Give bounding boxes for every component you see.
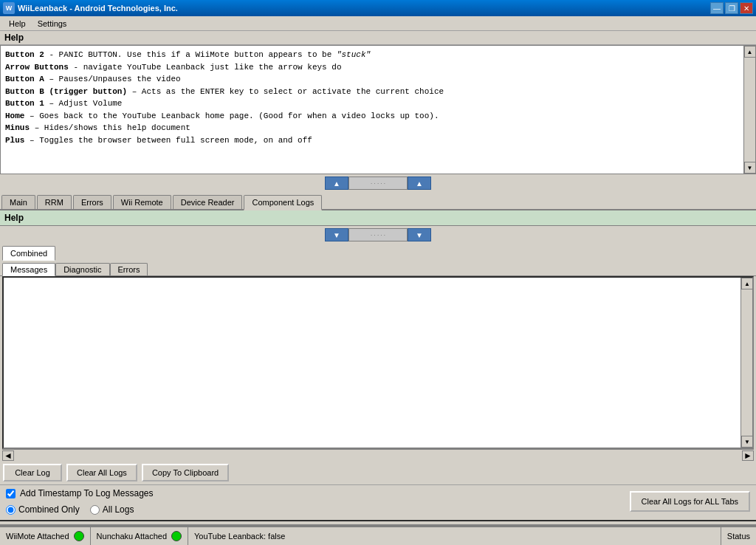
- status-label: Status: [727, 532, 750, 541]
- timestamp-checkbox[interactable]: [6, 489, 16, 498]
- log-scroll-up[interactable]: ▲: [741, 278, 753, 289]
- lower-help-bar: Help: [0, 210, 756, 226]
- nunchaku-label: Nunchaku Attached: [97, 532, 167, 541]
- nav-up-center-btn[interactable]: · · · · ·: [348, 176, 408, 190]
- options-left: Add Timestamp To Log Messages Combined O…: [6, 488, 154, 515]
- log-vertical-scrollbar[interactable]: ▲ ▼: [740, 278, 752, 448]
- tab-component-logs[interactable]: Component Logs: [244, 195, 322, 210]
- hscroll-right[interactable]: ►: [742, 450, 754, 461]
- wiimote-indicator: [74, 531, 84, 541]
- window-title: WiiLeanback - Android Technologies, Inc.: [18, 4, 178, 13]
- menu-bar: Help Settings: [0, 16, 756, 31]
- help-text: Button 2 - PANIC BUTTON. Use this if a W…: [1, 46, 755, 174]
- nav-down-left-btn[interactable]: ▼: [325, 228, 348, 241]
- youtube-leanback-text: YouTube Leanback: false: [194, 532, 285, 541]
- menu-settings[interactable]: Settings: [32, 18, 73, 30]
- options-right: Clear All Logs for ALL Tabs: [630, 488, 750, 512]
- clear-log-button[interactable]: Clear Log: [3, 464, 62, 481]
- log-tab-messages[interactable]: Messages: [2, 263, 55, 276]
- title-bar-controls: — ❐ ✕: [710, 2, 753, 14]
- tab-main[interactable]: Main: [1, 195, 35, 209]
- help-line-5: Button 1 – Adjust Volume: [5, 97, 751, 110]
- log-horizontal-scrollbar[interactable]: ◄ ►: [2, 449, 754, 461]
- log-scroll-track: [741, 289, 752, 436]
- help-content-area: Button 2 - PANIC BUTTON. Use this if a W…: [0, 45, 756, 174]
- log-scroll-wrapper: ▲ ▼: [2, 276, 754, 449]
- restore-button[interactable]: ❐: [725, 2, 738, 14]
- nav-arrows-bottom: ▼ · · · · · ▼: [0, 226, 756, 244]
- log-scroll-down[interactable]: ▼: [741, 436, 753, 448]
- lower-content: Help ▼ · · · · · ▼ Combined Messages Dia…: [0, 210, 756, 526]
- help-line-1: Button 2 - PANIC BUTTON. Use this if a W…: [5, 49, 751, 61]
- status-text: Status: [721, 532, 756, 541]
- radio-combined-input[interactable]: [6, 505, 16, 515]
- scroll-track: [745, 58, 755, 162]
- radio-combined-label: Combined Only: [18, 504, 80, 515]
- copy-to-clipboard-button[interactable]: Copy To Clipboard: [142, 464, 229, 481]
- close-button[interactable]: ✕: [740, 2, 753, 14]
- help-line-2: Arrow Buttons - navigate YouTube Leanbac…: [5, 61, 751, 74]
- timestamp-checkbox-row: Add Timestamp To Log Messages: [6, 488, 154, 498]
- main-tabs-row: Main RRM Errors Wii Remote Device Reader…: [0, 192, 756, 210]
- menu-help[interactable]: Help: [3, 18, 32, 30]
- radio-row: Combined Only All Logs: [6, 504, 154, 515]
- log-subtabs: Messages Diagnostic Errors: [0, 261, 756, 276]
- nav-up-right-btn[interactable]: ▲: [408, 176, 431, 190]
- nav-arrows-top: ▲ · · · · · ▲: [0, 174, 756, 192]
- options-row: Add Timestamp To Log Messages Combined O…: [0, 484, 756, 518]
- status-bar: WiiMote Attached Nunchaku Attached YouTu…: [0, 526, 756, 545]
- clear-all-logs-button[interactable]: Clear All Logs: [66, 464, 137, 481]
- separator-line: [0, 520, 756, 526]
- nav-down-center-btn[interactable]: · · · · ·: [348, 228, 408, 241]
- log-content[interactable]: [4, 278, 740, 448]
- minimize-button[interactable]: —: [710, 2, 724, 14]
- scroll-up-arrow[interactable]: ▲: [744, 46, 756, 58]
- help-line-4: Button B (trigger button) – Acts as the …: [5, 86, 751, 98]
- hscroll-left[interactable]: ◄: [2, 450, 14, 461]
- tab-device-reader[interactable]: Device Reader: [173, 195, 243, 209]
- hscroll-track: [14, 450, 742, 461]
- help-line-8: Plus – Toggles the browser between full …: [5, 134, 751, 147]
- tab-rrm[interactable]: RRM: [37, 195, 72, 209]
- nunchaku-status: Nunchaku Attached: [91, 527, 188, 545]
- nav-down-right-btn[interactable]: ▼: [408, 228, 431, 241]
- nav-up-left-btn[interactable]: ▲: [325, 176, 348, 190]
- scroll-down-arrow[interactable]: ▼: [744, 162, 756, 174]
- help-section-header: Help: [0, 31, 756, 45]
- subtab-combined[interactable]: Combined: [2, 246, 55, 261]
- radio-all-logs: All Logs: [90, 504, 134, 515]
- radio-all-label: All Logs: [103, 504, 134, 515]
- help-scrollbar[interactable]: ▲ ▼: [743, 46, 755, 174]
- wiimote-status: WiiMote Attached: [0, 527, 91, 545]
- tab-errors[interactable]: Errors: [73, 195, 111, 209]
- combined-tab-area: Combined: [0, 244, 756, 261]
- log-tab-errors[interactable]: Errors: [110, 263, 148, 275]
- log-tab-diagnostic[interactable]: Diagnostic: [55, 263, 109, 275]
- title-bar-left: W WiiLeanback - Android Technologies, In…: [3, 2, 178, 14]
- help-line-6: Home – Goes back to the YouTube Leanback…: [5, 110, 751, 123]
- radio-all-input[interactable]: [90, 505, 100, 515]
- nunchaku-indicator: [171, 531, 182, 541]
- button-row: Clear Log Clear All Logs Copy To Clipboa…: [0, 461, 756, 484]
- title-bar: W WiiLeanback - Android Technologies, In…: [0, 0, 756, 16]
- radio-combined-only: Combined Only: [6, 504, 80, 515]
- help-line-7: Minus – Hides/shows this help document: [5, 122, 751, 134]
- help-bold-1: Button 2: [5, 50, 44, 59]
- clear-all-logs-all-tabs-button[interactable]: Clear All Logs for ALL Tabs: [630, 491, 750, 512]
- help-line-3: Button A – Pauses/Unpauses the video: [5, 73, 751, 86]
- tab-wii-remote[interactable]: Wii Remote: [113, 195, 171, 209]
- app-icon: W: [3, 2, 15, 14]
- youtube-leanback-status: YouTube Leanback: false: [188, 527, 721, 545]
- timestamp-label: Add Timestamp To Log Messages: [20, 488, 154, 498]
- wiimote-label: WiiMote Attached: [6, 532, 69, 541]
